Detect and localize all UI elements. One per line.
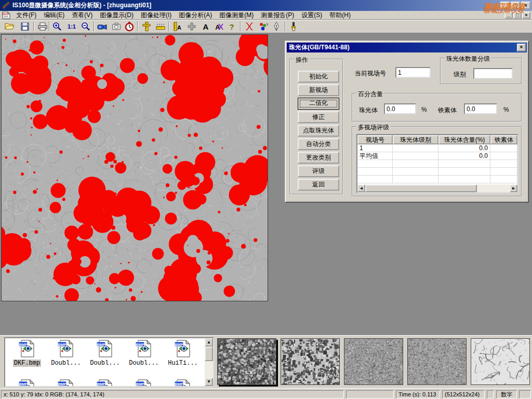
cell[interactable] bbox=[490, 168, 517, 176]
cell[interactable] bbox=[393, 152, 438, 160]
ferrite-percent-input[interactable] bbox=[464, 103, 497, 114]
cell[interactable] bbox=[438, 168, 490, 176]
brush-button[interactable] bbox=[287, 21, 300, 32]
binarize-button[interactable]: 二值化 bbox=[298, 98, 339, 110]
menu-settings[interactable]: 设置(S) bbox=[298, 10, 326, 20]
pearlite-percent-input[interactable] bbox=[384, 103, 416, 114]
file-name[interactable]: Doubl... bbox=[50, 360, 82, 367]
thumbnail-5[interactable] bbox=[471, 338, 530, 385]
video-camera-button[interactable] bbox=[96, 21, 109, 32]
file-item[interactable] bbox=[8, 379, 46, 387]
mdi-close-button[interactable]: × bbox=[522, 12, 530, 19]
file-item[interactable]: Doubl... bbox=[86, 340, 124, 367]
thumbnail-2[interactable] bbox=[281, 338, 340, 385]
table-row[interactable]: 1 0.0 bbox=[357, 144, 517, 152]
cell[interactable] bbox=[490, 176, 517, 183]
file-name[interactable]: Doubl... bbox=[128, 360, 160, 367]
cell[interactable] bbox=[357, 160, 393, 168]
cell[interactable] bbox=[357, 176, 393, 183]
scroll-up-arrow[interactable]: ▲ bbox=[205, 338, 213, 347]
current-field-input[interactable] bbox=[395, 67, 431, 78]
cell[interactable] bbox=[393, 144, 438, 152]
file-item[interactable] bbox=[164, 379, 202, 387]
menu-view[interactable]: 查看(V) bbox=[68, 10, 96, 20]
new-field-button[interactable]: 新视场 bbox=[298, 84, 339, 96]
table-row[interactable] bbox=[357, 176, 517, 183]
zoom-out-button[interactable] bbox=[79, 21, 92, 32]
menu-image-display[interactable]: 图像显示(D) bbox=[96, 10, 137, 20]
cell[interactable] bbox=[438, 160, 490, 168]
menu-file[interactable]: 文件(F) bbox=[12, 10, 40, 20]
document-icon[interactable]: DOC bbox=[2, 11, 11, 19]
menu-image-processing[interactable]: 图像处理(I) bbox=[137, 10, 175, 20]
initialize-button[interactable]: 初始化 bbox=[298, 71, 339, 83]
delete-text-button[interactable]: A bbox=[212, 21, 225, 32]
table-row[interactable]: 平均值 0.0 bbox=[357, 152, 517, 160]
file-item[interactable] bbox=[47, 379, 85, 387]
curve-tool-button[interactable] bbox=[243, 21, 256, 32]
cell[interactable] bbox=[357, 168, 393, 176]
ruler-button[interactable] bbox=[154, 21, 167, 32]
file-name[interactable]: Doubl... bbox=[89, 360, 121, 367]
file-list-scrollbar[interactable]: ▲ ▼ bbox=[205, 338, 213, 386]
menu-image-analysis[interactable]: 图像分析(A) bbox=[175, 10, 216, 20]
cell[interactable] bbox=[490, 152, 517, 160]
thumbnail-3[interactable] bbox=[344, 338, 403, 385]
col-pearlite-grade[interactable]: 珠光体级别 bbox=[393, 135, 438, 144]
col-field-no[interactable]: 视场号 bbox=[357, 135, 393, 144]
correct-button[interactable]: 修正 bbox=[298, 111, 339, 123]
table-horizontal-scrollbar[interactable]: ◄ ► bbox=[357, 184, 517, 192]
menu-help[interactable]: 帮助(H) bbox=[326, 10, 354, 20]
dialog-title-bar[interactable]: 珠光体(GB/T9441-88) × bbox=[287, 43, 527, 52]
cell[interactable] bbox=[393, 168, 438, 176]
file-item[interactable]: Doubl... bbox=[125, 340, 163, 367]
dialog-close-button[interactable]: × bbox=[517, 44, 526, 51]
table-row[interactable] bbox=[357, 168, 517, 176]
thumbnail-4[interactable] bbox=[407, 338, 467, 385]
return-button[interactable]: 返回 bbox=[298, 179, 339, 191]
menu-image-measure[interactable]: 图像测量(M) bbox=[216, 10, 257, 20]
actual-size-button[interactable]: 1:1 bbox=[65, 21, 78, 32]
cell[interactable]: 0.0 bbox=[438, 144, 490, 152]
col-pearlite-content[interactable]: 珠光体含量(%) bbox=[438, 135, 490, 144]
cell[interactable] bbox=[490, 144, 517, 152]
auto-classify-button[interactable]: 自动分类 bbox=[298, 138, 339, 150]
file-name[interactable]: DKF.bmp bbox=[13, 360, 41, 367]
timer-button[interactable] bbox=[123, 21, 136, 32]
scrollbar-thumb[interactable] bbox=[365, 184, 477, 192]
cell[interactable] bbox=[438, 176, 490, 183]
scrollbar-thumb[interactable] bbox=[205, 347, 213, 361]
file-item[interactable]: Doubl... bbox=[47, 340, 85, 367]
cell[interactable]: 平均值 bbox=[357, 152, 393, 160]
file-item[interactable] bbox=[125, 379, 163, 387]
text-button[interactable]: A bbox=[200, 21, 212, 32]
mdi-restore-button[interactable]: □ bbox=[513, 12, 522, 19]
menu-edit[interactable]: 编辑(E) bbox=[40, 10, 68, 20]
pen-button[interactable] bbox=[270, 21, 283, 32]
table-row[interactable] bbox=[357, 160, 517, 168]
grid-button[interactable] bbox=[185, 21, 198, 32]
micrograph-image[interactable] bbox=[1, 34, 268, 301]
file-item[interactable]: DKF.bmp bbox=[8, 340, 46, 367]
open-button[interactable] bbox=[3, 21, 16, 32]
scroll-down-arrow[interactable]: ▼ bbox=[205, 378, 213, 386]
file-item[interactable]: HuiTi... bbox=[164, 340, 202, 367]
pick-pearlite-button[interactable]: 点取珠光体 bbox=[298, 125, 339, 137]
print-button[interactable] bbox=[36, 21, 49, 32]
thumbnail-1[interactable] bbox=[217, 338, 276, 385]
cell[interactable]: 1 bbox=[357, 144, 393, 152]
mdi-minimize-button[interactable]: _ bbox=[504, 12, 513, 19]
save-button[interactable] bbox=[19, 21, 31, 32]
rate-button[interactable]: 评级 bbox=[298, 165, 339, 177]
change-class-button[interactable]: 更改类别 bbox=[298, 152, 339, 164]
help-button[interactable]: ? bbox=[225, 21, 238, 32]
cell[interactable] bbox=[490, 160, 517, 168]
color-markers-button[interactable]: 3 bbox=[257, 21, 270, 32]
file-item[interactable] bbox=[86, 379, 124, 387]
scroll-right-arrow[interactable]: ► bbox=[510, 184, 517, 192]
cell[interactable] bbox=[393, 160, 438, 168]
col-ferrite[interactable]: 铁素体 bbox=[490, 135, 517, 144]
measure-text-button[interactable]: A bbox=[171, 21, 184, 32]
menu-measure-report[interactable]: 测量报告(P) bbox=[257, 10, 298, 20]
cell[interactable]: 0.0 bbox=[438, 152, 490, 160]
